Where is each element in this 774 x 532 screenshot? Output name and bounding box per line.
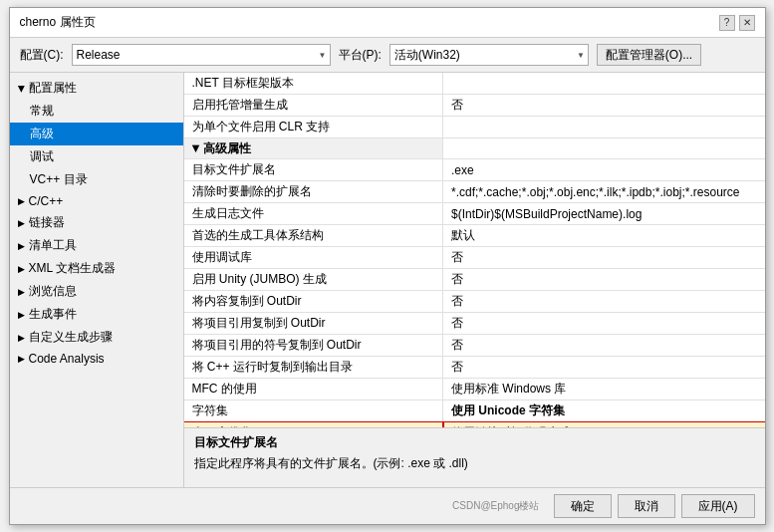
group-label: ▶ 高级属性 xyxy=(184,138,443,158)
description-panel: 目标文件扩展名 指定此程序将具有的文件扩展名。(示例: .exe 或 .dll) xyxy=(184,427,765,487)
table-row[interactable]: 将项目引用复制到 OutDir 否 xyxy=(184,313,765,335)
header-arrow-icon: ▶ xyxy=(16,85,26,92)
table-row[interactable]: 将 C++ 运行时复制到输出目录 否 xyxy=(184,357,765,379)
dialog: cherno 属性页 ? ✕ 配置(C): Release 平台(P): 活动(… xyxy=(9,7,766,525)
props-panel: .NET 目标框架版本 启用托管增量生成 否 为单个文件启用 CLR 支持 xyxy=(184,73,765,487)
sidebar-item-xml[interactable]: ▶ XML 文档生成器 xyxy=(10,257,183,280)
prop-value: 否 xyxy=(443,291,765,313)
table-row[interactable]: 启用托管增量生成 否 xyxy=(184,95,765,117)
title-controls: ? ✕ xyxy=(719,15,755,31)
sidebar-item-custom[interactable]: ▶ 自定义生成步骤 xyxy=(10,326,183,349)
sidebar-header-label: 配置属性 xyxy=(29,80,77,97)
footer: CSDN@Ephog楼站 确定 取消 应用(A) xyxy=(10,487,765,524)
prop-value: 否 xyxy=(443,335,765,357)
custom-arrow-icon: ▶ xyxy=(18,333,25,343)
dialog-title: cherno 属性页 xyxy=(20,14,96,31)
manage-configs-button[interactable]: 配置管理器(O)... xyxy=(597,44,701,66)
prop-value xyxy=(443,73,765,95)
sidebar: ▶ 配置属性 常规 高级 调试 VC++ 目录 ▶ C/C++ ▶ 链接器 xyxy=(10,73,184,487)
main-content: ▶ 配置属性 常规 高级 调试 VC++ 目录 ▶ C/C++ ▶ 链接器 xyxy=(10,73,765,487)
close-button[interactable]: ✕ xyxy=(739,15,755,31)
prop-name: 清除时要删除的扩展名 xyxy=(184,181,443,203)
prop-value: 否 xyxy=(443,357,765,379)
group-arrow-icon: ▶ xyxy=(190,145,200,152)
table-row[interactable]: 字符集 使用 Unicode 字符集 xyxy=(184,400,765,422)
table-row[interactable]: 将项目引用的符号复制到 OutDir 否 xyxy=(184,335,765,357)
sidebar-item-events[interactable]: ▶ 生成事件 xyxy=(10,303,183,326)
table-row[interactable]: 使用调试库 否 xyxy=(184,247,765,269)
table-row[interactable]: .NET 目标框架版本 xyxy=(184,73,765,95)
table-row[interactable]: 将内容复制到 OutDir 否 xyxy=(184,291,765,313)
sidebar-item-cpp-label: C/C++ xyxy=(29,194,64,208)
sidebar-item-browse[interactable]: ▶ 浏览信息 xyxy=(10,280,183,303)
question-button[interactable]: ? xyxy=(719,15,735,31)
table-row[interactable]: 目标文件扩展名 .exe xyxy=(184,159,765,181)
sidebar-header: ▶ 配置属性 xyxy=(10,77,183,100)
prop-value: 否 xyxy=(443,247,765,269)
platform-label: 平台(P): xyxy=(339,47,382,64)
prop-name: 为单个文件启用 CLR 支持 xyxy=(184,117,443,138)
prop-name: 启用 Unity (JUMBO) 生成 xyxy=(184,269,443,291)
codeanalysis-arrow-icon: ▶ xyxy=(18,354,25,364)
apply-button[interactable]: 应用(A) xyxy=(681,494,755,518)
prop-name: 启用托管增量生成 xyxy=(184,95,443,117)
config-label: 配置(C): xyxy=(20,47,64,64)
prop-name: 将 C++ 运行时复制到输出目录 xyxy=(184,357,443,379)
config-select[interactable]: Release xyxy=(72,44,331,66)
prop-name: 将内容复制到 OutDir xyxy=(184,291,443,313)
description-text: 指定此程序将具有的文件扩展名。(示例: .exe 或 .dll) xyxy=(194,455,755,472)
prop-value: 使用 Unicode 字符集 xyxy=(443,400,765,422)
ok-button[interactable]: 确定 xyxy=(554,494,612,518)
prop-value: 使用标准 Windows 库 xyxy=(443,379,765,400)
sidebar-item-linker-label: 链接器 xyxy=(29,214,65,231)
sidebar-item-linker[interactable]: ▶ 链接器 xyxy=(10,211,183,234)
table-row[interactable]: 为单个文件启用 CLR 支持 xyxy=(184,117,765,138)
prop-value: *.cdf;*.cache;*.obj;*.obj.enc;*.ilk;*.ip… xyxy=(443,181,765,203)
cpp-arrow-icon: ▶ xyxy=(18,196,25,206)
table-row[interactable]: 首选的生成工具体系结构 默认 xyxy=(184,225,765,247)
sidebar-item-debug[interactable]: 调试 xyxy=(10,145,183,168)
browse-arrow-icon: ▶ xyxy=(18,287,25,297)
prop-name: .NET 目标框架版本 xyxy=(184,73,443,95)
sidebar-item-advanced[interactable]: 高级 xyxy=(10,123,183,145)
prop-name: 目标文件扩展名 xyxy=(184,159,443,181)
platform-select[interactable]: 活动(Win32) xyxy=(389,44,589,66)
table-group-row: ▶ 高级属性 xyxy=(184,138,765,159)
watermark: CSDN@Ephog楼站 xyxy=(452,499,539,513)
sidebar-item-normal[interactable]: 常规 xyxy=(10,100,183,123)
sidebar-item-vcpp[interactable]: VC++ 目录 xyxy=(10,168,183,191)
cancel-button[interactable]: 取消 xyxy=(618,494,675,518)
description-title: 目标文件扩展名 xyxy=(194,434,755,451)
table-row[interactable]: 生成日志文件 $(IntDir)$(MSBuildProjectName).lo… xyxy=(184,203,765,225)
linker-arrow-icon: ▶ xyxy=(18,218,25,228)
title-bar: cherno 属性页 ? ✕ xyxy=(10,8,765,38)
platform-select-wrapper: 活动(Win32) xyxy=(389,44,589,66)
table-row[interactable]: MFC 的使用 使用标准 Windows 库 xyxy=(184,379,765,400)
table-row[interactable]: 清除时要删除的扩展名 *.cdf;*.cache;*.obj;*.obj.enc… xyxy=(184,181,765,203)
sidebar-item-codeanalysis[interactable]: ▶ Code Analysis xyxy=(10,349,183,369)
prop-value: 否 xyxy=(443,95,765,117)
sidebar-item-events-label: 生成事件 xyxy=(29,306,77,323)
prop-value: $(IntDir)$(MSBuildProjectName).log xyxy=(443,203,765,225)
manifest-arrow-icon: ▶ xyxy=(18,241,25,251)
prop-value: 默认 xyxy=(443,225,765,247)
prop-value: 否 xyxy=(443,313,765,335)
prop-value: 否 xyxy=(443,269,765,291)
prop-name: 将项目引用的符号复制到 OutDir xyxy=(184,335,443,357)
sidebar-item-manifest[interactable]: ▶ 清单工具 xyxy=(10,234,183,257)
events-arrow-icon: ▶ xyxy=(18,310,25,320)
props-table-wrapper[interactable]: .NET 目标框架版本 启用托管增量生成 否 为单个文件启用 CLR 支持 xyxy=(184,73,765,427)
sidebar-item-custom-label: 自定义生成步骤 xyxy=(29,329,113,346)
xml-arrow-icon: ▶ xyxy=(18,264,25,274)
prop-name: 字符集 xyxy=(184,400,443,422)
prop-name: MFC 的使用 xyxy=(184,379,443,400)
table-row[interactable]: 启用 Unity (JUMBO) 生成 否 xyxy=(184,269,765,291)
title-bar-left: cherno 属性页 xyxy=(20,14,96,31)
sidebar-item-normal-label: 常规 xyxy=(30,103,54,120)
config-select-wrapper: Release xyxy=(72,44,331,66)
prop-value: .exe xyxy=(443,159,765,181)
prop-name: 将项目引用复制到 OutDir xyxy=(184,313,443,335)
sidebar-item-vcpp-label: VC++ 目录 xyxy=(30,171,88,188)
prop-name: 生成日志文件 xyxy=(184,203,443,225)
sidebar-item-cpp[interactable]: ▶ C/C++ xyxy=(10,191,183,211)
